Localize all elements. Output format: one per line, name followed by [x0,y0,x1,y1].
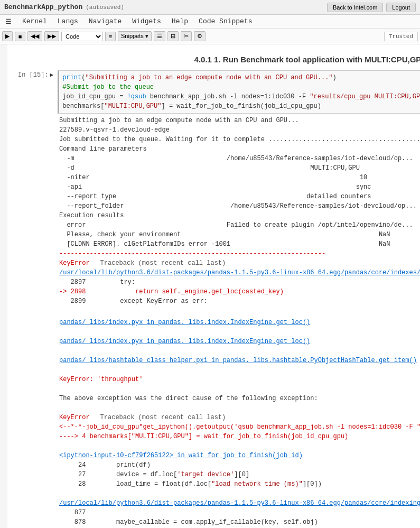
menu-help[interactable]: Help [166,16,193,27]
section-title: 4.0.1 1. Run Benchmark tool application … [18,55,420,64]
out-2897: 2897 try: [59,277,420,287]
cell-label: In [15]: ▶ [18,70,58,114]
top-bar: BenchmarkApp_python (autosaved) Back to … [0,0,420,15]
out-keyerror-label2: KeyError [59,413,90,422]
cell-code-content[interactable]: print("Submitting a job to an edge compu… [58,70,420,114]
out-pandas-link1: /usr/local/lib/python3.6/dist-packages/p… [59,268,420,277]
out-blank8 [59,489,420,498]
out-pandas-link4: pandas/_libs/hashtable_class_helper.pxi … [59,356,420,365]
out-pandas-link2: pandas/_libs/index.pyx in pandas._libs.i… [59,318,420,327]
out-blank1 [59,308,420,318]
out-indexing-link1: /usr/local/lib/python3.6/dist-packages/p… [59,498,420,508]
toolbar-cut-icon[interactable]: ✂ [181,31,192,41]
code-line-3: job_id_cpu_gpu = !qsub benchmark_app_job… [62,92,420,101]
menu-langs[interactable]: Langs [52,16,83,27]
menu-code-snippets[interactable]: Code Snippets [193,16,257,27]
notebook: 4.0.1 1. Run Benchmark tool application … [7,44,420,528]
top-bar-right: Back to Intel.com Logout [327,3,416,12]
toolbar-box-icon[interactable]: ⊞ [167,31,179,41]
cell-type-select[interactable]: Code Markdown [61,32,103,41]
autosaved-label: (autosaved) [86,4,124,11]
out-line-submitted: Job submitted to the queue. Waiting for … [59,135,420,144]
code-line-1: print("Submitting a job to an edge compu… [62,73,420,82]
out-separator: ----------------------------------------… [59,249,420,258]
stop-button[interactable]: ■ [15,32,25,41]
code-line-4: benchmarks["MULTI:CPU,GPU"] = wait_for_j… [62,101,420,111]
out-blank7 [59,441,420,451]
logout-button[interactable]: Logout [386,3,416,12]
out-line-api: -api sync [59,182,420,192]
out-24: 24 print(df) [59,460,420,470]
out-line-cmdparams: Command line parameters [59,144,420,154]
out-above-exception: The above exception was the direct cause… [59,394,420,403]
menu-hamburger[interactable]: ☰ [0,16,17,27]
code-line-2: #Submit job to the queue [62,82,420,92]
snippets-button[interactable]: Snippets ▾ [118,31,152,41]
out-arrow-4: ----> 4 benchmarks["MULTI:CPU,GPU"] = wa… [59,432,420,441]
out-line-check-env: Please, check your environment NaN [59,230,420,239]
out-blank2 [59,327,420,337]
top-bar-left: BenchmarkApp_python (autosaved) [4,3,124,11]
out-line-jobid: 227589.v-qsvr-1.devcloud-edge [59,125,420,135]
out-line-exec-results: Execution results [59,211,420,220]
out-line-niter: -niter 10 [59,173,420,182]
toolbar-grid-icon[interactable]: ☰ [154,31,165,41]
restart-button[interactable]: ◀◀ [27,31,42,41]
toolbar: ▶ ■ ◀◀ ▶▶ Code Markdown ≡ Snippets ▾ ☰ ⊞… [0,29,420,44]
out-blank5 [59,384,420,394]
out-line-report-type: --report_type detailed_counters [59,192,420,201]
out-ipython-link: <ipython-input-10-cf79f265122> in wait_f… [59,451,420,460]
out-2898: -> 2898 return self._engine.get_loc(cast… [59,287,420,297]
out-28: 28 load_time = float(df.loc["load networ… [59,479,420,489]
toolbar-settings-icon[interactable]: ⚙ [194,31,206,41]
fast-forward-button[interactable]: ▶▶ [44,31,59,41]
out-blank3 [59,346,420,356]
out-traceback2: Traceback (most recent call last) [100,413,226,422]
out-traceback1: Traceback (most recent call last) [100,258,226,268]
toolbar-list-icon[interactable]: ≡ [105,32,116,41]
trusted-label: Trusted [384,32,418,41]
out-line-report-folder: --report_folder /home/u85543/Reference-s… [59,201,420,211]
out-keyerror-header2: KeyError Traceback (most recent call las… [59,413,420,422]
output-area: Submitting a job to an edge compute node… [59,116,420,528]
out-line-d: -d MULTI:CPU,GPU [59,163,420,173]
out-keyerror-throughput1: KeyError: 'throughput' [59,375,420,384]
app-name: BenchmarkApp_python [4,3,82,11]
out-line-m: -m /home/u85543/Reference-samples/iot-de… [59,154,420,163]
cell-label-text: In [15]: [18,71,49,79]
out-2899: 2899 except KeyError as err: [59,297,420,306]
menu-bar: ☰ Kernel Langs Navigate Widgets Help Cod… [0,15,420,29]
back-to-intel-button[interactable]: Back to Intel.com [327,3,383,12]
out-27: 27 device = df.loc['target device'][0] [59,470,420,479]
out-pandas-link3: pandas/_libs/index.pyx in pandas._libs.i… [59,337,420,346]
out-line-submitting: Submitting a job to an edge compute node… [59,116,420,125]
out-blank4 [59,365,420,375]
out-line-cldnn: [CLDNN ERROR]. clGetPlatformIDs error -1… [59,239,420,249]
out-keyerror-label1: KeyError [59,258,90,268]
out-blank6 [59,403,420,413]
menu-navigate[interactable]: Navigate [83,16,127,27]
menu-kernel[interactable]: Kernel [17,16,52,27]
page-wrapper: 4.0.1 1. Run Benchmark tool application … [0,44,420,528]
run-indicator: ▶ [50,71,54,78]
main-content: 4.0.1 1. Run Benchmark tool application … [7,44,420,528]
out-877: 877 [59,508,420,517]
out-keyerror-header: KeyError Traceback (most recent call las… [59,258,420,268]
run-button[interactable]: ▶ [2,31,13,41]
menu-widgets[interactable]: Widgets [127,16,166,27]
out-line-error: error Failed to create plugin /opt/intel… [59,220,420,230]
out-878: 878 maybe_callable = com.apply_if_callab… [59,517,420,527]
input-cell: In [15]: ▶ print("Submitting a job to an… [18,70,420,114]
out-arrow-line: <--*-*-job_id_cpu_gpu"get_ipython().geto… [59,422,420,432]
